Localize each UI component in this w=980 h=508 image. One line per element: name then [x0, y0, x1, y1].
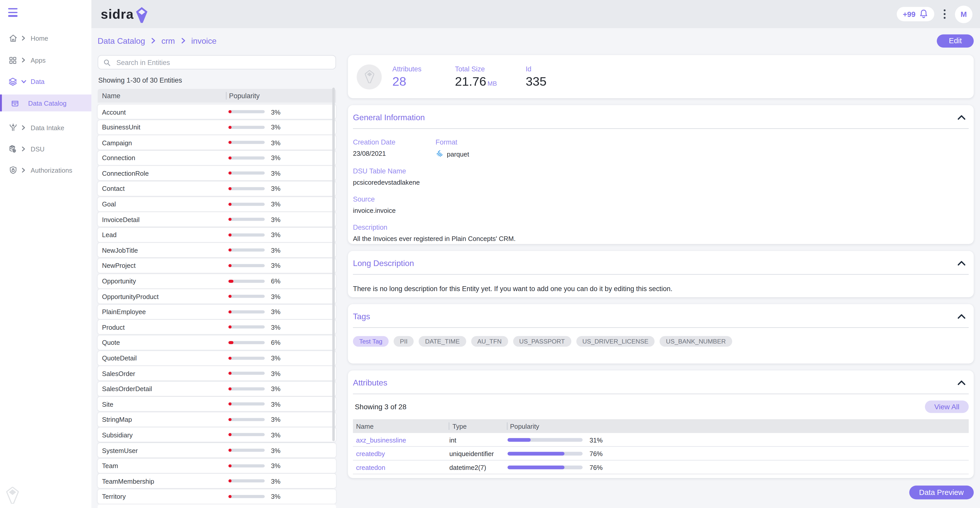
attributes-count-text: Showing 3 of 28 [353, 403, 406, 410]
sidebar-item-data[interactable]: Data [0, 73, 91, 89]
entity-row[interactable]: OpportunityProduct 3% [98, 289, 336, 303]
entity-row[interactable]: InvoiceDetail 3% [98, 212, 336, 227]
entity-row[interactable]: SalesOrder 3% [98, 366, 336, 381]
notifications-button[interactable]: +99 [897, 7, 934, 21]
sidra-funnel-icon [135, 6, 147, 23]
collapse-chevron-up-icon[interactable] [958, 314, 966, 319]
popularity-value: 3% [271, 400, 280, 408]
popularity-bar [228, 141, 265, 144]
sidebar-item-label: Authorizations [31, 167, 72, 174]
popularity-value: 3% [271, 416, 280, 423]
sidebar-item-home[interactable]: Home [0, 30, 91, 46]
entity-row[interactable]: StringMap 3% [98, 412, 336, 427]
stat-value: 21.76MB [455, 74, 515, 89]
popularity-bar [228, 326, 265, 329]
entity-row[interactable]: NewProject 3% [98, 258, 336, 273]
entity-name: Lead [98, 231, 228, 238]
data-preview-button[interactable]: Data Preview [909, 486, 974, 499]
field-label: DSU Table Name [353, 167, 969, 174]
tag-chip: US_BANK_NUMBER [660, 336, 732, 347]
entities-scrollbar[interactable] [332, 88, 335, 441]
logo-text: sidra [101, 6, 134, 22]
popularity-bar [228, 403, 265, 406]
sidebar-item-data-catalog[interactable]: Data Catalog [0, 94, 91, 111]
entity-row[interactable]: Product 3% [98, 320, 336, 334]
sidebar-item-dsu[interactable]: DSU [0, 141, 91, 157]
entity-row[interactable]: Campaign 3% [98, 135, 336, 150]
field-value: invoice.invoice [353, 206, 969, 214]
entity-row[interactable]: NewJobTitle 3% [98, 243, 336, 257]
chevron-right-icon [151, 38, 156, 44]
more-options-button[interactable] [942, 8, 947, 20]
collapse-chevron-up-icon[interactable] [958, 115, 966, 120]
attribute-name-link[interactable]: createdon [353, 463, 449, 471]
popularity-value: 3% [271, 231, 280, 238]
entity-row[interactable]: Goal 3% [98, 197, 336, 211]
entity-row[interactable]: SalesOrderDetail 3% [98, 381, 336, 396]
stat-total-size: Total Size 21.76MB [455, 65, 515, 89]
entity-row[interactable]: Opportunity 6% [98, 274, 336, 288]
sidebar-item-authorizations[interactable]: Authorizations [0, 162, 91, 178]
popularity-bar [228, 126, 265, 129]
entity-row[interactable]: Team 3% [98, 459, 336, 473]
sidebar-item-label: Data [31, 78, 45, 85]
entity-row[interactable]: Site 3% [98, 397, 336, 411]
breadcrumb-crm[interactable]: crm [161, 36, 175, 46]
entity-row[interactable]: Subsidiary 3% [98, 428, 336, 442]
entity-row[interactable]: SystemUser 3% [98, 443, 336, 457]
field-value: 23/08/2021 [353, 150, 436, 157]
collapse-chevron-up-icon[interactable] [958, 260, 966, 266]
shield-lock-icon [8, 166, 18, 175]
popularity-value: 3% [271, 447, 280, 454]
popularity-bar [228, 187, 265, 190]
entities-count-text: Showing 1-30 of 30 Entities [98, 76, 182, 84]
entity-row[interactable]: Quote 6% [98, 335, 336, 350]
view-all-button[interactable]: View All [925, 401, 969, 413]
hamburger-menu-icon[interactable] [8, 8, 18, 19]
entity-row[interactable]: Territory 3% [98, 489, 336, 504]
edit-button[interactable]: Edit [937, 34, 974, 47]
section-title: Tags [353, 312, 370, 321]
entity-row[interactable]: QuoteDetail 3% [98, 351, 336, 365]
popularity-bar [228, 202, 265, 205]
field-dsu-table-name: DSU Table Name pcsicoredevstadlakene [353, 167, 969, 186]
entity-row[interactable]: Account 3% [98, 105, 336, 119]
entity-row[interactable]: Connection 3% [98, 151, 336, 165]
entities-panel: Showing 1-30 of 30 Entities Name Popular… [98, 55, 336, 508]
tag-chip: AU_TFN [471, 336, 508, 347]
search-icon [103, 59, 111, 66]
popularity-bar [508, 451, 583, 455]
sidebar-item-apps[interactable]: Apps [0, 52, 91, 68]
sidebar-item-data-intake[interactable]: Data Intake [0, 119, 91, 136]
entity-row-partial[interactable] [98, 505, 336, 508]
popularity-value: 6% [271, 277, 280, 285]
sidebar-item-label: DSU [31, 145, 45, 153]
attribute-name-link[interactable]: createdby [353, 450, 449, 457]
entity-row[interactable]: BusinessUnit 3% [98, 120, 336, 134]
attribute-row: createdby uniqueidentifier 76% [353, 447, 969, 461]
entity-name: BusinessUnit [98, 123, 228, 131]
field-value: pcsicoredevstadlakene [353, 178, 969, 186]
search-input[interactable] [115, 58, 331, 67]
entity-row[interactable]: TeamMembership 3% [98, 474, 336, 488]
footer-actions: Data Preview [348, 486, 974, 499]
entity-row[interactable]: Lead 3% [98, 228, 336, 242]
popularity-bar [228, 295, 265, 298]
column-header-name: Name [98, 92, 226, 99]
tag-chip: DATE_TIME [419, 336, 466, 347]
popularity-value: 31% [589, 436, 603, 443]
entities-table-header: Name Popularity [98, 89, 336, 103]
user-avatar[interactable]: M [955, 5, 972, 23]
popularity-bar [228, 156, 265, 159]
popularity-value: 3% [271, 431, 280, 438]
entity-row[interactable]: ConnectionRole 3% [98, 166, 336, 180]
entity-name: SalesOrder [98, 369, 228, 377]
entity-name: OpportunityProduct [98, 293, 228, 300]
breadcrumb-data-catalog[interactable]: Data Catalog [98, 36, 145, 46]
attribute-name-link[interactable]: axz_businessline [353, 436, 449, 443]
entity-row[interactable]: Contact 3% [98, 182, 336, 196]
layers-icon [8, 77, 18, 86]
collapse-chevron-up-icon[interactable] [958, 380, 966, 385]
topbar-controls: +99 M [897, 5, 973, 23]
entity-row[interactable]: PlainEmployee 3% [98, 305, 336, 319]
